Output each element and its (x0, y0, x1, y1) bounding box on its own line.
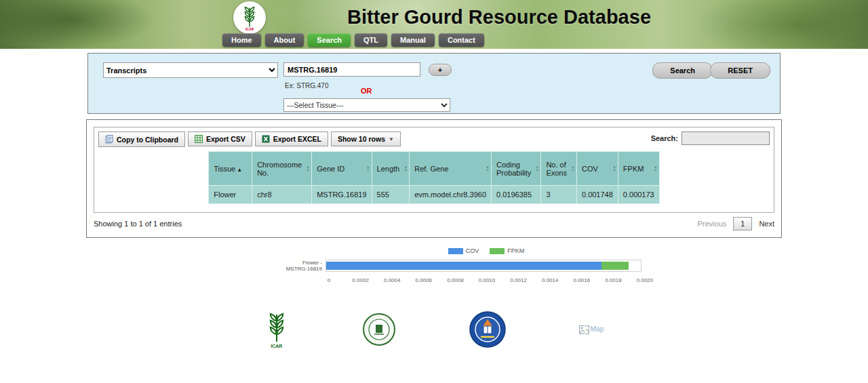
col-header-length[interactable]: Length ▲▼ (372, 152, 410, 186)
expression-chart: COV FPKM Flower - MSTRG.16819 00.00020.0… (267, 247, 644, 285)
cov-swatch (448, 248, 463, 254)
sort-icon: ▲▼ (571, 165, 575, 172)
map-alt-text: Map (591, 325, 604, 333)
export-csv-button[interactable]: Export CSV (188, 132, 252, 146)
copy-label: Copy to Clipboard (117, 136, 178, 144)
chart-legend: COV FPKM (328, 247, 644, 254)
bar-category-label: Flower - MSTRG.16819 (267, 260, 326, 272)
cell-ref-gene: evm.model.chr8.3960 (410, 186, 492, 204)
add-query-button[interactable]: + (429, 64, 452, 76)
category-select[interactable]: Transcripts (103, 62, 278, 78)
x-tick: 0.0004 (384, 277, 400, 283)
copy-to-clipboard-button[interactable]: Copy to Clipboard (98, 132, 185, 147)
legend-fpkm: FPKM (490, 247, 524, 254)
nav-home[interactable]: Home (222, 33, 261, 47)
col-header-coding-probability[interactable]: Coding Probability ▲▼ (492, 152, 541, 186)
legend-cov-label: COV (466, 247, 479, 254)
broken-image-icon (579, 325, 589, 334)
pagination-page-1[interactable]: 1 (733, 217, 752, 230)
sort-asc-icon: ▲ (237, 167, 242, 173)
col-header-fpkm[interactable]: FPKM ▲▼ (618, 152, 659, 186)
search-panel: Transcripts + Ex: STRG.470 OR ---Select … (87, 53, 781, 114)
export-csv-label: Export CSV (206, 135, 245, 143)
or-label: OR (361, 87, 372, 95)
query-input[interactable] (283, 62, 420, 77)
icar-header-logo: ICAR (233, 1, 266, 34)
table-search: Search: (651, 132, 770, 145)
chart-row: Flower - MSTRG.16819 (267, 260, 644, 272)
results-inner: Copy to Clipboard Export CSV Export EXCE… (94, 127, 774, 213)
results-footer: Showing 1 to 1 of 1 entries Previous 1 N… (94, 217, 774, 230)
cell-tissue: Flower (209, 186, 252, 204)
col-header-ref-gene[interactable]: Ref. Gene ▲▼ (410, 152, 492, 186)
header-banner: ICAR Bitter Gourd Resource Database Home… (0, 0, 868, 49)
pagination: Previous 1 Next (697, 217, 774, 230)
x-tick: 0.0002 (352, 277, 368, 283)
pagination-previous[interactable]: Previous (697, 220, 726, 228)
col-header-no-of-exons[interactable]: No. of Exons ▲▼ (541, 152, 577, 186)
show-rows-label: Show 10 rows (338, 135, 385, 143)
x-tick: 0.0012 (510, 277, 526, 283)
x-tick: 0.0020 (637, 277, 653, 283)
entries-info: Showing 1 to 1 of 1 entries (94, 220, 182, 228)
table-search-input[interactable] (682, 132, 770, 145)
x-tick: 0.0016 (574, 277, 590, 283)
col-header-tissue[interactable]: Tissue▲ (209, 152, 252, 186)
map-broken-image: Map (579, 325, 604, 334)
cell-no-of-exons: 3 (541, 186, 577, 204)
nav-manual[interactable]: Manual (391, 33, 435, 47)
x-tick: 0.0018 (605, 277, 621, 283)
show-rows-dropdown[interactable]: Show 10 rows ▼ (331, 132, 401, 146)
results-table: Tissue▲ Chromosome No. ▲▼ Gene ID ▲▼ Len… (208, 151, 659, 204)
sort-icon: ▲▼ (535, 165, 539, 172)
x-tick: 0 (328, 277, 330, 283)
table-toolbar: Copy to Clipboard Export CSV Export EXCE… (98, 132, 770, 147)
legend-cov: COV (448, 247, 479, 254)
cell-gene-id: MSTRG.16819 (312, 186, 372, 204)
csv-icon (195, 135, 203, 143)
wheat-icon (264, 310, 289, 343)
excel-icon (262, 135, 270, 143)
cell-cov: 0.001748 (576, 186, 618, 204)
blue-emblem-icon (469, 311, 506, 348)
icar-footer-caption: ICAR (271, 344, 282, 348)
bar-track (326, 260, 642, 272)
fpkm-swatch (490, 248, 505, 254)
cov-bar (326, 262, 601, 270)
sort-icon: ▲▼ (403, 165, 408, 172)
nav-about[interactable]: About (265, 33, 304, 47)
nav-contact[interactable]: Contact (439, 33, 484, 47)
seal-icon (362, 313, 396, 346)
tissue-select[interactable]: ---Select Tissue--- (283, 98, 450, 112)
x-axis-ticks: 00.00020.00040.00060.00080.00100.00120.0… (329, 277, 645, 285)
x-tick: 0.0010 (479, 277, 495, 283)
pagination-next[interactable]: Next (759, 220, 774, 228)
col-header-cov[interactable]: COV ▲▼ (576, 152, 618, 186)
col-header-chromosome[interactable]: Chromosome No. ▲▼ (252, 152, 312, 186)
col-header-gene-id[interactable]: Gene ID ▲▼ (312, 152, 372, 186)
institute-seal-logo (362, 313, 396, 346)
cell-coding-probability: 0.0196385 (492, 186, 541, 204)
cell-fpkm: 0.000173 (618, 186, 659, 204)
table-header-row: Tissue▲ Chromosome No. ▲▼ Gene ID ▲▼ Len… (209, 152, 659, 186)
table-search-label: Search: (651, 134, 678, 142)
main-nav: Home About Search QTL Manual Contact (222, 33, 484, 47)
sort-icon: ▲▼ (486, 165, 490, 172)
reset-button[interactable]: RESET (710, 62, 770, 79)
page-title: Bitter Gourd Resource Database (347, 6, 651, 28)
legend-fpkm-label: FPKM (507, 247, 524, 254)
fpkm-bar (601, 262, 629, 270)
sort-icon: ▲▼ (366, 165, 370, 172)
nav-search[interactable]: Search (308, 33, 351, 47)
footer-logos: ICAR Map (0, 307, 868, 352)
nav-qtl[interactable]: QTL (355, 33, 387, 47)
sort-icon: ▲▼ (306, 165, 310, 172)
cell-chromosome: chr8 (252, 186, 312, 204)
export-excel-button[interactable]: Export EXCEL (255, 132, 328, 146)
icar-caption: ICAR (245, 28, 254, 31)
example-hint: Ex: STRG.470 (285, 82, 328, 89)
sort-icon: ▲▼ (612, 165, 616, 172)
search-button[interactable]: Search (652, 62, 713, 79)
table-row[interactable]: Flower chr8 MSTRG.16819 555 evm.model.ch… (209, 186, 659, 204)
x-tick: 0.0006 (416, 277, 432, 283)
